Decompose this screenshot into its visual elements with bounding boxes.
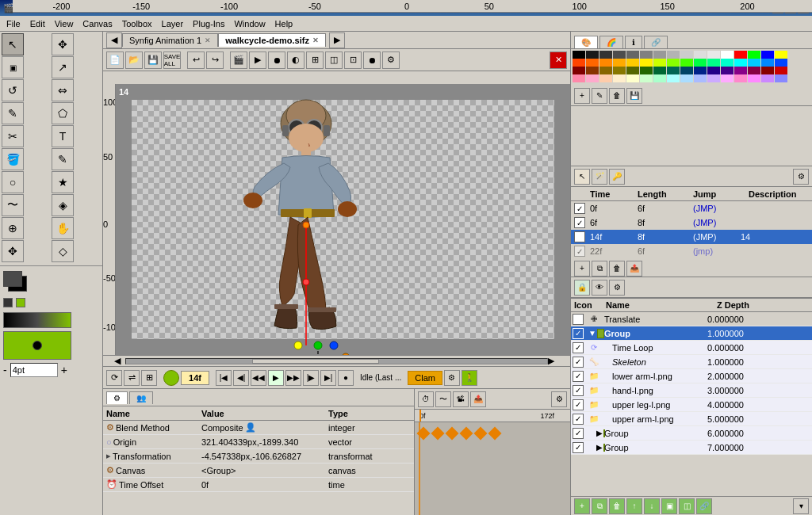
swatch-dr3[interactable] bbox=[599, 67, 612, 74]
swatch-r1[interactable] bbox=[573, 59, 585, 67]
gradient-preview[interactable] bbox=[3, 312, 71, 328]
layer-hand[interactable]: 📁 hand-l.png 3.000000 bbox=[571, 383, 812, 398]
clamp-btn[interactable]: Clam bbox=[408, 371, 442, 385]
tool-feather[interactable]: ✎ bbox=[52, 148, 74, 170]
save-all-btn[interactable]: SAVEALL bbox=[163, 52, 181, 69]
swatch-r5[interactable] bbox=[626, 59, 639, 67]
tab1-close[interactable]: ✕ bbox=[205, 36, 211, 44]
swatch-p16[interactable] bbox=[775, 74, 787, 82]
swatch-green[interactable] bbox=[748, 51, 760, 59]
swatch-r3[interactable] bbox=[599, 59, 612, 67]
layer-group7[interactable]: ▶ Group 7.000000 bbox=[571, 441, 812, 455]
swatch-r8[interactable] bbox=[667, 59, 680, 67]
frame-number-input[interactable] bbox=[181, 371, 209, 385]
menu-edit[interactable]: Edit bbox=[25, 17, 50, 30]
menu-toolbox[interactable]: Toolbox bbox=[117, 17, 157, 30]
ungroup-layers-btn[interactable]: ◫ bbox=[679, 498, 695, 514]
swatch-dr6[interactable] bbox=[640, 67, 653, 74]
toggle-rulers-btn[interactable]: ◫ bbox=[325, 52, 343, 69]
tool-star[interactable]: ★ bbox=[52, 171, 74, 193]
swatch-dr4[interactable] bbox=[613, 67, 626, 74]
tool-node[interactable]: ◇ bbox=[52, 240, 74, 262]
wp-jump-2[interactable]: (JMP) bbox=[693, 218, 741, 227]
layer-lock-btn[interactable]: 🔒 bbox=[574, 280, 590, 296]
wp-dup-btn[interactable]: ⧉ bbox=[592, 261, 607, 277]
swatch-dr10[interactable] bbox=[694, 67, 707, 74]
layer-translate[interactable]: ✙ Translate 0.000000 bbox=[571, 312, 812, 326]
kf-diamond-3[interactable] bbox=[446, 427, 459, 441]
render-btn2[interactable]: 📽 bbox=[453, 391, 469, 407]
swatch-r7[interactable] bbox=[653, 59, 666, 67]
tool-scale[interactable]: ⇔ bbox=[52, 79, 74, 101]
swatch-blue[interactable] bbox=[761, 51, 774, 59]
next-frame-btn[interactable]: ▶▶ bbox=[285, 370, 301, 386]
swatch-r16[interactable] bbox=[775, 59, 787, 67]
swatch-p10[interactable] bbox=[694, 74, 707, 82]
h-scroll-thumb[interactable] bbox=[252, 359, 378, 364]
play-btn[interactable]: ▶ bbox=[268, 370, 284, 386]
wp-jump-1[interactable]: (JMP) bbox=[693, 204, 741, 213]
swatch-3[interactable] bbox=[613, 51, 626, 59]
swatch-p2[interactable] bbox=[586, 74, 599, 82]
swatch-6[interactable] bbox=[653, 51, 666, 59]
group7-arrow[interactable]: ▶ bbox=[596, 443, 603, 452]
waypoint-wand-btn[interactable]: 🪄 bbox=[592, 169, 607, 185]
timeline-playhead[interactable] bbox=[419, 422, 420, 515]
swatch-4[interactable] bbox=[626, 51, 639, 59]
swatch-r11[interactable] bbox=[707, 59, 720, 67]
layer-check-hand[interactable] bbox=[573, 385, 584, 396]
swatch-8[interactable] bbox=[680, 51, 693, 59]
tool-circle[interactable]: ○ bbox=[2, 171, 24, 193]
tab2-close[interactable]: ✕ bbox=[312, 36, 319, 44]
swatch-1[interactable] bbox=[586, 51, 599, 59]
children-tab[interactable]: 👥 bbox=[129, 391, 153, 404]
menu-help[interactable]: Help bbox=[270, 17, 298, 30]
wp-del-btn[interactable]: 🗑 bbox=[609, 261, 625, 277]
swatch-dr8[interactable] bbox=[667, 67, 680, 74]
settings-btn[interactable]: ⚙ bbox=[382, 52, 400, 69]
waypoint-cursor-btn[interactable]: ↖ bbox=[574, 169, 590, 185]
timeline-content[interactable] bbox=[415, 422, 570, 515]
outline-square[interactable] bbox=[3, 298, 13, 307]
layer-more-btn[interactable]: ▾ bbox=[793, 498, 809, 514]
swatch-p15[interactable] bbox=[761, 74, 774, 82]
wp-check-2[interactable] bbox=[574, 217, 585, 228]
record-btn[interactable]: ⏺ bbox=[363, 52, 381, 69]
layer-timeloop[interactable]: ⟳ Time Loop 0.000000 bbox=[571, 341, 812, 355]
wp-export-btn[interactable]: 📤 bbox=[626, 261, 642, 277]
palette-tab-info[interactable]: ℹ bbox=[625, 36, 642, 48]
loop-toggle[interactable]: ⟳ bbox=[106, 370, 122, 386]
layer-skeleton[interactable]: 🦴 Skeleton 1.000000 bbox=[571, 355, 812, 369]
delete-color-btn[interactable]: 🗑 bbox=[609, 88, 625, 104]
timeline-icon-btn[interactable]: ⏱ bbox=[418, 391, 434, 407]
record-anim-btn[interactable]: ● bbox=[338, 370, 354, 386]
link-layers-btn[interactable]: 🔗 bbox=[696, 498, 712, 514]
swatch-p11[interactable] bbox=[707, 74, 720, 82]
swatch-r15[interactable] bbox=[761, 59, 774, 67]
swatch-p1[interactable] bbox=[573, 74, 585, 82]
swatch-p3[interactable] bbox=[599, 74, 612, 82]
wp-add-btn[interactable]: + bbox=[574, 261, 590, 277]
wp-jump-3[interactable]: (JMP) bbox=[693, 232, 741, 242]
swatch-9[interactable] bbox=[694, 51, 707, 59]
swatch-r2[interactable] bbox=[586, 59, 599, 67]
palette-tab-link[interactable]: 🔗 bbox=[644, 36, 668, 48]
swatch-r4[interactable] bbox=[613, 59, 626, 67]
wp-jump-4[interactable]: (jmp) bbox=[693, 246, 741, 256]
layer-lowerarm[interactable]: 📁 lower arm-l.png 2.000000 bbox=[571, 369, 812, 383]
tool-translate[interactable]: ✥ bbox=[52, 33, 74, 55]
swatch-black[interactable] bbox=[573, 51, 585, 59]
toggle-onion-btn[interactable]: ◐ bbox=[287, 52, 304, 69]
scroll-left-btn[interactable]: ◀ bbox=[114, 356, 125, 366]
waypoint-14f[interactable]: 14f 8f (JMP) 14 bbox=[571, 230, 812, 244]
swatch-p8[interactable] bbox=[667, 74, 680, 82]
left-arrow-btn[interactable]: ◀ bbox=[106, 32, 122, 48]
swatch-dr7[interactable] bbox=[653, 67, 666, 74]
swatch-dr15[interactable] bbox=[761, 67, 774, 74]
tool-transform[interactable]: ↖ bbox=[2, 33, 24, 55]
menu-layer[interactable]: Layer bbox=[157, 17, 189, 30]
tool-text[interactable]: T bbox=[52, 125, 74, 147]
waypoint-key-btn[interactable]: 🔑 bbox=[609, 169, 625, 185]
add-color-btn[interactable]: + bbox=[574, 88, 590, 104]
tool-pan[interactable]: ✋ bbox=[52, 217, 74, 239]
